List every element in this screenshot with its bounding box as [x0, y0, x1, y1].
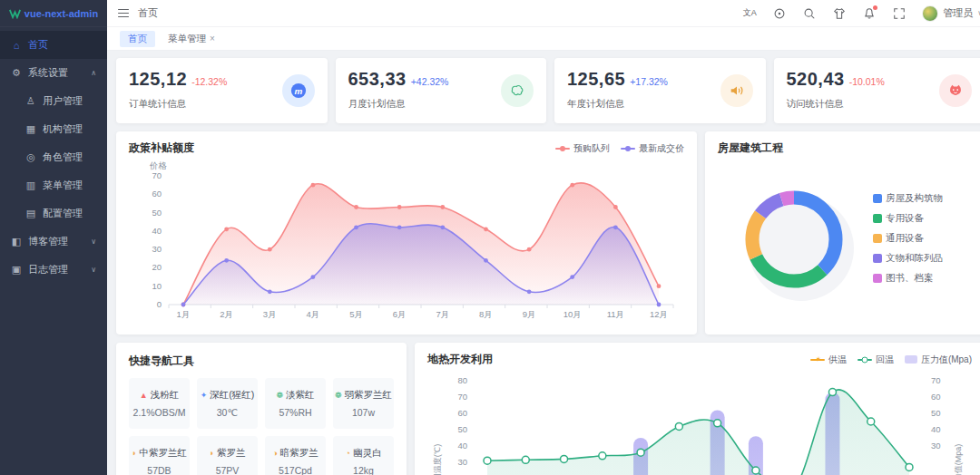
tab-menu-management[interactable]: 菜单管理 × [168, 33, 215, 45]
quick-nav-card[interactable]: ◗中紫罗兰红 57DB [129, 436, 190, 475]
breadcrumb[interactable]: 首页 [138, 6, 158, 20]
app-logo-text: vue-next-admin [24, 8, 98, 19]
legend-item[interactable]: 房屋及构筑物 [873, 192, 943, 205]
quick-nav-card[interactable]: ❁弱紫罗兰红 107w [333, 378, 394, 429]
sidebar-item[interactable]: ⚙ 系统设置∧ [0, 59, 107, 87]
svg-text:3月: 3月 [263, 309, 277, 319]
legend-item[interactable]: 回温 [858, 354, 894, 366]
line-chart[interactable]: 价格0102030405060701月2月3月4月5月6月7月8月9月10月11… [129, 156, 682, 330]
role-icon: ◎ [25, 151, 36, 163]
topbar: 首页 文A 管理员 ∨ [107, 0, 980, 27]
stat-delta: -10.01% [849, 76, 885, 87]
moon-icon: ◗ [132, 449, 136, 458]
legend-label: 通用设备 [886, 232, 924, 245]
stat-card-annual-plan[interactable]: 125,65+17.32% 年度计划信息 [554, 58, 766, 123]
legend-item[interactable]: 压力值(Mpa) [905, 354, 972, 366]
quick-nav-name: 紫罗兰 [217, 447, 246, 460]
legend-label: 回温 [876, 354, 894, 366]
home-icon: ⌂ [11, 40, 22, 51]
user-icon: ♙ [25, 95, 36, 107]
panel-title: 快捷导航工具 [129, 354, 194, 367]
sidebar-item[interactable]: ▥ 菜单管理 [0, 171, 107, 199]
component-size-icon[interactable] [772, 6, 787, 21]
sidebar-item-label: 角色管理 [43, 150, 83, 164]
line-bar-chart[interactable]: 8070605040307060504030供回温度(℃)压力值(Mpa) [427, 367, 972, 475]
svg-text:价格: 价格 [149, 160, 168, 170]
stat-value: 125,12 [129, 69, 187, 89]
svg-text:11月: 11月 [607, 309, 624, 319]
quick-nav-value: 30℃ [217, 407, 238, 418]
svg-text:10: 10 [152, 281, 162, 291]
stat-card-visits[interactable]: 520,43-10.01% 访问统计信息 [774, 58, 980, 123]
chevron-down-icon: ∨ [91, 266, 96, 274]
sidebar-item[interactable]: ♙ 用户管理 [0, 87, 107, 115]
sidebar-item[interactable]: ◧ 博客管理∨ [0, 228, 107, 256]
sidebar-item-label: 机构管理 [43, 122, 83, 136]
donut-chart[interactable] [718, 156, 867, 321]
sidebar-menu: ⌂ 首页⚙ 系统设置∧♙ 用户管理▦ 机构管理◎ 角色管理▥ 菜单管理▤ 配置管… [0, 27, 107, 284]
legend-item[interactable]: ✶供温 [810, 354, 847, 366]
menu-grid-icon: ▥ [25, 179, 36, 191]
theme-icon[interactable] [832, 6, 847, 21]
quick-nav-card[interactable]: ◑暗紫罗兰 517Cpd [265, 436, 326, 475]
stat-delta: +17.32% [630, 76, 668, 87]
quick-nav-card[interactable]: ◔幽灵白 12kg [333, 436, 394, 475]
legend-item[interactable]: 图书、档案 [873, 272, 943, 285]
building-project-chart-panel: 房屋建筑工程 房屋及构筑物专用设备通用设备文物和陈列品图书、档案 [705, 131, 980, 334]
chart-legend: ✶供温回温压力值(Mpa) [810, 354, 972, 366]
legend-item[interactable]: 最新成交价 [621, 142, 684, 155]
stat-card-monthly-plan[interactable]: 653,33+42.32% 月度计划信息 [336, 58, 547, 123]
sidebar-item[interactable]: ⌂ 首页 [0, 31, 107, 59]
sidebar-item-label: 首页 [28, 38, 48, 52]
legend-label: 文物和陈列品 [886, 252, 943, 265]
quick-nav-card[interactable]: ✦深红(猩红) 30℃ [197, 378, 258, 429]
moon-icon: ◑ [272, 449, 277, 458]
quick-nav-panel: 快捷导航工具 ▲浅粉红 2.1%OBS/M✦深红(猩红) 30℃❁淡紫红 57%… [116, 343, 407, 475]
search-icon[interactable] [802, 6, 817, 21]
legend-item[interactable]: 通用设备 [873, 232, 943, 245]
tab-home[interactable]: 首页 [120, 31, 155, 47]
fullscreen-icon[interactable] [892, 6, 906, 21]
quick-nav-card[interactable]: ◗紫罗兰 57PV [197, 436, 258, 475]
language-icon[interactable]: 文A [742, 6, 757, 21]
sidebar-item[interactable]: ▤ 配置管理 [0, 199, 107, 228]
legend-item[interactable]: 专用设备 [873, 212, 943, 225]
hamburger-icon[interactable] [118, 9, 129, 18]
app-logo[interactable]: vue-next-admin [0, 0, 107, 27]
notification-badge [873, 5, 877, 10]
svg-text:30: 30 [931, 441, 941, 451]
stat-delta: -12.32% [191, 76, 227, 87]
svg-text:m: m [294, 86, 302, 96]
svg-text:1月: 1月 [177, 309, 191, 319]
quick-nav-value: 57%RH [279, 407, 311, 418]
close-icon[interactable]: × [210, 34, 215, 44]
stat-card-orders[interactable]: 125,12-12.32% 订单统计信息 m [116, 58, 328, 123]
svg-text:7月: 7月 [436, 309, 449, 319]
svg-text:50: 50 [152, 208, 162, 218]
sidebar-item[interactable]: ▣ 日志管理∨ [0, 256, 107, 284]
legend-label: 供温 [828, 354, 847, 366]
quick-nav-name: 中紫罗兰红 [139, 447, 187, 460]
legend-item[interactable]: 预购队列 [555, 142, 610, 155]
quick-nav-name: 淡紫红 [286, 389, 315, 402]
org-icon: ▦ [25, 123, 36, 135]
quick-nav-name: 浅粉红 [151, 389, 180, 402]
svg-text:压力值(Mpa): 压力值(Mpa) [954, 444, 963, 475]
quick-nav-name: 暗紫罗兰 [280, 447, 318, 460]
svg-text:50: 50 [931, 408, 941, 418]
svg-text:70: 70 [457, 392, 467, 402]
map-outline-icon [501, 74, 534, 107]
notification-icon[interactable] [862, 6, 877, 21]
legend-item[interactable]: 文物和陈列品 [873, 252, 943, 265]
quick-nav-card[interactable]: ▲浅粉红 2.1%OBS/M [129, 378, 190, 429]
flower-icon: ❁ [276, 391, 283, 400]
legend-label: 房屋及构筑物 [886, 192, 943, 205]
sidebar-item[interactable]: ◎ 角色管理 [0, 143, 107, 171]
sidebar-item[interactable]: ▦ 机构管理 [0, 115, 107, 143]
chevron-down-icon: ∨ [91, 238, 96, 246]
blog-icon: ◧ [11, 236, 22, 247]
quick-nav-card[interactable]: ❁淡紫红 57%RH [265, 378, 326, 429]
user-menu[interactable]: 管理员 ∨ [922, 5, 980, 22]
svg-text:60: 60 [931, 392, 941, 402]
config-icon: ▤ [25, 208, 36, 219]
